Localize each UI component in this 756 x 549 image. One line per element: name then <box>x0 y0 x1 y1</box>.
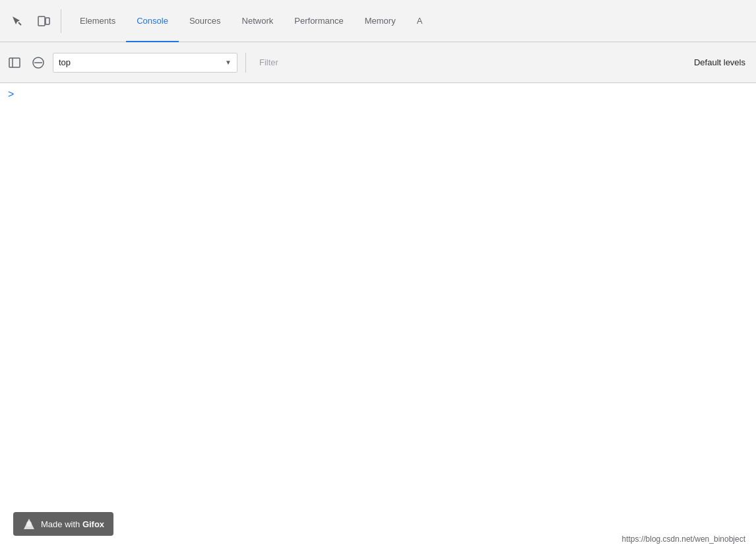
chevron-right-icon: > <box>8 88 14 100</box>
icon-buttons <box>0 9 69 33</box>
second-toolbar-divider <box>245 53 246 73</box>
tab-console[interactable]: Console <box>126 1 179 42</box>
top-toolbar: Elements Console Sources Network Perform… <box>0 0 756 42</box>
console-prompt[interactable]: > <box>0 83 756 106</box>
gifox-brand: Gifox <box>82 519 104 529</box>
filter-input[interactable] <box>254 53 683 73</box>
main-tabs: Elements Console Sources Network Perform… <box>69 0 756 42</box>
tab-performance[interactable]: Performance <box>284 1 354 42</box>
context-label: top <box>59 57 220 67</box>
made-with-badge: Made with Gifox <box>13 512 113 536</box>
second-toolbar: top ▼ Default levels <box>0 42 756 83</box>
chevron-down-icon: ▼ <box>225 59 232 66</box>
svg-rect-1 <box>46 18 49 24</box>
tab-elements[interactable]: Elements <box>69 1 126 42</box>
svg-point-7 <box>26 521 32 527</box>
show-console-sidebar-button[interactable] <box>5 53 24 72</box>
tab-application[interactable]: A <box>406 1 433 42</box>
svg-rect-0 <box>38 16 45 26</box>
tab-memory[interactable]: Memory <box>354 1 406 42</box>
clear-console-button[interactable] <box>29 53 47 72</box>
toolbar-divider <box>61 9 61 33</box>
context-selector[interactable]: top ▼ <box>53 53 237 73</box>
console-main-content: > Made with Gifox https://blog.csdn.net/… <box>0 83 756 549</box>
tab-network[interactable]: Network <box>232 1 284 42</box>
inspect-element-button[interactable] <box>5 9 29 33</box>
made-with-text: Made with Gifox <box>41 519 104 529</box>
tab-sources[interactable]: Sources <box>179 1 232 42</box>
url-watermark: https://blog.csdn.net/wen_binobject <box>622 534 745 544</box>
default-levels-button[interactable]: Default levels <box>689 57 751 67</box>
toggle-device-toolbar-button[interactable] <box>32 9 55 33</box>
svg-rect-2 <box>9 58 20 67</box>
gifox-icon <box>22 517 36 531</box>
